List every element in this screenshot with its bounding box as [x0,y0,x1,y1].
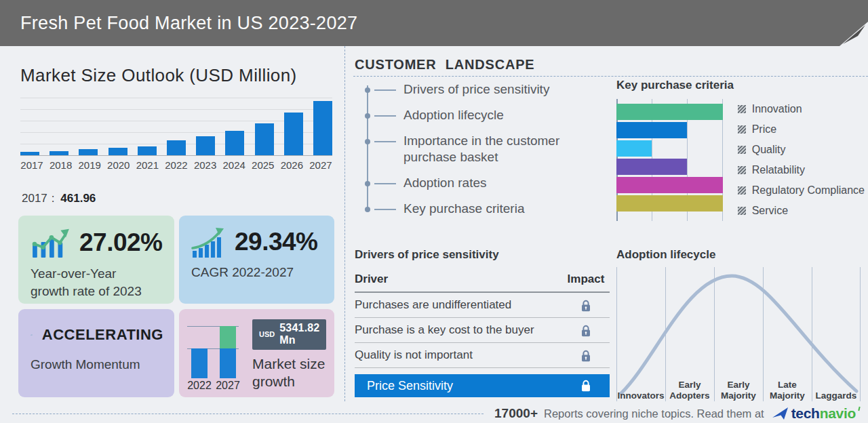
x-axis-label: 2021 [136,159,159,171]
customer-landscape-list: Drivers of price sensitivityAdoption lif… [367,81,608,226]
stage-label: LateMajority [763,380,812,401]
criteria-bar [616,177,723,193]
column-header-driver: Driver [355,273,388,286]
x-axis-label: 2024 [222,159,245,171]
market-size-bar-column [79,149,98,155]
footer-text: Reports covering niche topics. Read them… [544,407,764,420]
market-size-bar [50,151,68,155]
market-size-bar-column [196,136,215,155]
anchor-separator: : [52,192,55,205]
heading-dashed-rule [353,76,868,77]
key-purchase-criteria-legend: InnovationPriceQualityRelatabilityRegula… [738,99,865,221]
stage-label: Innovators [616,390,665,401]
lock-icon [562,348,610,362]
price-sensitivity-section: Drivers of price sensitivity Driver Impa… [355,248,610,397]
brand-suffix: navio [820,405,856,422]
stage-label: EarlyMajority [714,380,763,401]
legend-hatch-marker [738,166,746,174]
market-size-bar-column [20,152,39,155]
page-title: Fresh Pet Food Market in US 2023-2027 [20,0,357,46]
legend-item: Service [738,201,865,221]
price-sensitivity-title: Drivers of price sensitivity [355,248,610,262]
market-size-bar [196,136,215,155]
market-size-bar-column [138,146,157,155]
market-size-chart-title: Market Size Outlook (USD Million) [20,65,297,86]
lock-icon [562,380,610,392]
market-size-bar-chart: 2017201820192020202120222023202420252026… [20,98,332,171]
legend-item: Price [738,119,865,140]
list-item: Adoption rates [367,175,608,191]
anchor-year: 2017 [22,192,47,205]
stage-label: Laggards [812,390,861,401]
market-size-growth-card: 2022 2027 USD 5341.82 Mn Market size gro… [179,309,334,397]
list-item: Drivers of price sensitivity [367,81,608,98]
criteria-bar [616,140,652,157]
yoy-growth-card: 27.02% Year-over-Year growth rate of 202… [18,216,174,304]
yoy-growth-value: 27.02% [79,228,163,257]
market-size-x-axis-labels: 2017201820192020202120222023202420252026… [20,159,332,171]
kpi-cards: 27.02% Year-over-Year growth rate of 202… [18,216,334,397]
trademark-tick [858,407,860,411]
table-row: Purchase is a key cost to the buyer [355,318,610,343]
driver-label: Purchases are undifferentiated [355,298,511,312]
driver-label: Quality is not important [355,348,473,362]
mini-bar-label-2022: 2022 [186,380,213,392]
infographic-page: Fresh Pet Food Market in US 2023-2027 Ma… [0,0,868,423]
mini-bar-label-2027: 2027 [214,380,241,392]
criteria-bar [616,195,723,212]
growth-label: Market size growth [252,355,326,391]
legend-item: Relatability [738,160,865,180]
growth-value: 5341.82 Mn [279,322,319,346]
table-body: Purchases are undifferentiatedPurchase i… [355,293,610,368]
market-size-bar-column [50,151,68,155]
criteria-bar [616,122,687,138]
legend-item: Innovation [738,99,865,119]
market-size-bar [255,123,274,155]
market-size-bar-column [225,131,244,155]
list-item: Importance in the customer purchase bask… [367,133,608,165]
x-axis-label: 2023 [194,159,217,171]
cagr-label: CAGR 2022-2027 [191,264,323,281]
key-purchase-criteria-section: Key purchase criteria InnovationPriceQua… [616,79,865,221]
page-corner-fold [837,15,868,46]
market-size-bar [284,113,303,155]
lock-icon [562,298,610,312]
legend-label: Regulatory Compliance [752,184,865,197]
technavio-logo: technavio [772,405,860,422]
highlight-row-label: Price Sensitivity [355,379,453,393]
customer-landscape-panel: CUSTOMER LANDSCAPE Drivers of price sens… [344,46,868,401]
cagr-card: 29.34% CAGR 2022-2027 [179,216,334,304]
x-axis-label: 2019 [78,159,101,171]
cagr-trend-icon [191,226,225,258]
footer-dashed-rule [12,414,484,414]
stage-label: EarlyAdopters [665,380,714,401]
anchor-value-line: 2017: 461.96 [22,192,96,205]
market-size-bar-column [108,148,127,155]
table-row: Purchases are undifferentiated [355,293,610,318]
market-size-bar-column [284,113,303,155]
anchor-value: 461.96 [60,192,96,205]
legend-label: Relatability [752,164,805,176]
table-row: Quality is not important [355,343,610,368]
legend-label: Innovation [752,103,802,115]
x-axis-label: 2022 [165,159,188,171]
x-axis-label: 2017 [20,159,43,171]
growth-value-badge: USD 5341.82 Mn [252,319,326,350]
market-size-bar [79,149,98,155]
market-size-bar [167,140,186,155]
growth-bars-icon [31,226,70,259]
legend-hatch-marker [738,186,746,195]
legend-label: Quality [752,144,786,156]
market-size-bar [225,131,244,155]
report-count: 17000+ [494,406,538,421]
legend-label: Service [752,205,788,217]
market-size-bar [20,152,39,155]
legend-item: Regulatory Compliance [738,180,865,201]
market-size-bar-column [313,101,332,155]
adoption-lifecycle-section: Adoption lifecycle InnovatorsEarlyAdopte… [616,248,861,401]
x-axis-label: 2020 [107,159,130,171]
market-size-panel: Market Size Outlook (USD Million) 201720… [0,46,344,404]
lock-icon [562,323,610,337]
speedometer-icon [31,320,33,350]
brand-prefix: tech [791,405,820,422]
